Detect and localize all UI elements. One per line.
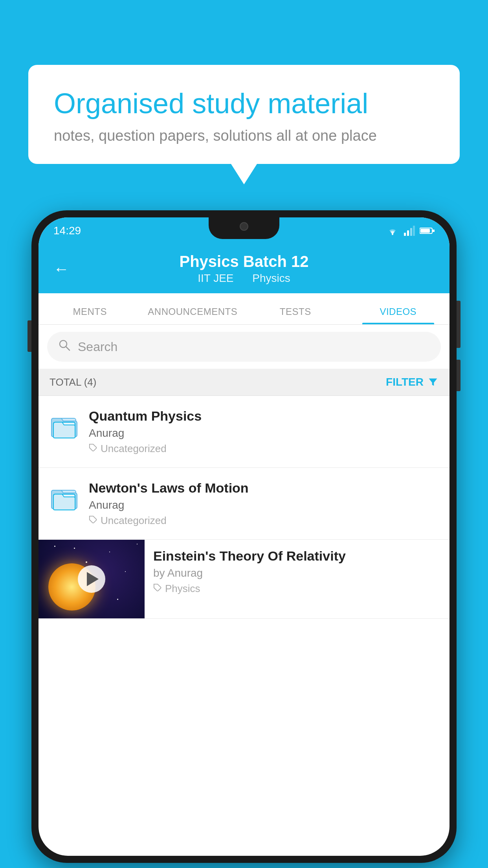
play-triangle-icon [87,572,99,586]
item-title: Newton's Laws of Motion [89,480,438,496]
filter-bar: TOTAL (4) FILTER [39,369,449,396]
tag-icon [153,583,162,595]
video-thumbnail [39,540,145,618]
video-title: Einstein's Theory Of Relativity [153,548,441,564]
search-container: Search [39,325,449,369]
side-button-left [28,320,31,352]
tab-videos[interactable]: VIDEOS [347,306,450,324]
header-title: Physics Batch 12 [179,253,308,270]
header-subtitle-part1: IIT JEE [198,272,233,284]
filter-label: FILTER [386,376,424,388]
tab-announcements[interactable]: ANNOUNCEMENTS [141,306,244,324]
status-icons [386,226,435,236]
list-item[interactable]: Quantum Physics Anurag Uncategorized [39,396,449,468]
side-button-right-1 [457,301,460,348]
svg-line-9 [66,347,70,350]
video-tag: Physics [153,583,441,595]
item-tag: Uncategorized [89,443,438,455]
item-title: Quantum Physics [89,408,438,424]
bubble-title: Organised study material [54,86,434,120]
item-details: Newton's Laws of Motion Anurag Uncategor… [89,480,438,527]
tag-icon [89,443,97,455]
svg-rect-6 [420,229,430,233]
folder-icon [50,482,79,512]
video-details: Einstein's Theory Of Relativity by Anura… [145,540,449,603]
svg-point-0 [392,234,393,235]
signal-icon [404,226,415,236]
item-author: Anurag [89,427,438,440]
tag-text: Uncategorized [101,443,167,455]
video-author: by Anurag [153,567,441,579]
header-subtitle: IIT JEE Physics [194,272,294,285]
svg-rect-1 [404,233,406,236]
svg-rect-2 [407,230,409,236]
status-time: 14:29 [53,224,81,237]
folder-icon [50,410,79,440]
header-subtitle-part2: Physics [252,272,290,284]
notch [209,217,279,239]
item-tag: Uncategorized [89,515,438,527]
item-details: Quantum Physics Anurag Uncategorized [89,408,438,455]
phone-frame: 14:29 [31,210,457,863]
svg-rect-3 [410,228,412,236]
list-container: Quantum Physics Anurag Uncategorized [39,396,449,619]
filter-button[interactable]: FILTER [386,376,438,388]
tag-text: Physics [165,583,200,595]
wifi-icon [386,226,399,236]
svg-rect-4 [413,226,415,236]
search-icon [58,339,71,355]
video-list-item[interactable]: Einstein's Theory Of Relativity by Anura… [39,540,449,619]
status-bar: 14:29 [39,217,449,244]
item-author: Anurag [89,499,438,511]
tab-bar: MENTS ANNOUNCEMENTS TESTS VIDEOS [39,293,449,325]
camera [240,222,248,231]
tab-ments[interactable]: MENTS [39,306,141,324]
search-bar[interactable]: Search [47,332,441,362]
tag-icon [89,515,97,527]
svg-rect-7 [433,230,435,232]
tag-text: Uncategorized [101,515,167,527]
total-count: TOTAL (4) [50,376,96,388]
filter-icon [427,377,438,388]
speech-bubble: Organised study material notes, question… [28,65,460,164]
bubble-subtitle: notes, question papers, solutions all at… [54,127,434,144]
play-button[interactable] [78,565,105,593]
side-button-right-2 [457,360,460,391]
app-header: ← Physics Batch 12 IIT JEE Physics [39,244,449,293]
tab-tests[interactable]: TESTS [244,306,347,324]
list-item[interactable]: Newton's Laws of Motion Anurag Uncategor… [39,468,449,540]
back-button[interactable]: ← [53,260,69,278]
phone-screen: 14:29 [39,217,449,856]
battery-icon [420,227,435,235]
search-placeholder: Search [78,340,117,354]
